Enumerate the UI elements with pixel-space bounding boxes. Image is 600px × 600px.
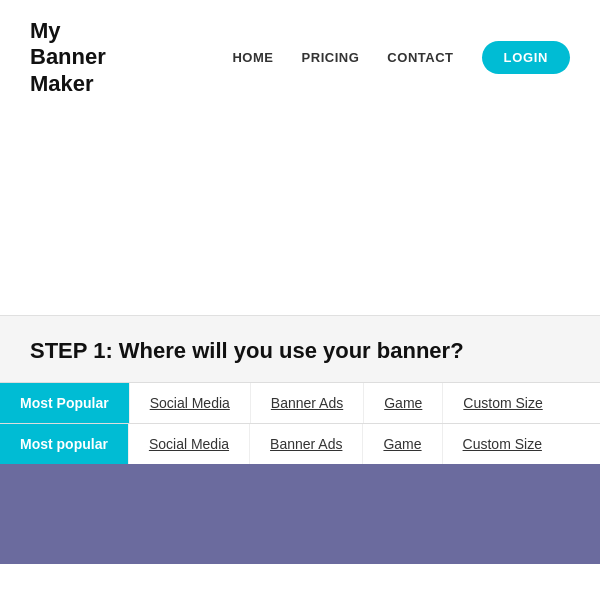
cat-custom-size-2[interactable]: Custom Size (443, 424, 562, 464)
hero-space (0, 115, 600, 315)
cat-social-media-2[interactable]: Social Media (129, 424, 250, 464)
login-button[interactable]: LOGIN (482, 41, 570, 74)
cat-most-popular-2[interactable]: Most popular (0, 424, 129, 464)
main-nav: HOME PRICING CONTACT LOGIN (232, 41, 570, 74)
nav-home[interactable]: HOME (232, 50, 273, 65)
header: My Banner Maker HOME PRICING CONTACT LOG… (0, 0, 600, 115)
cat-game-1[interactable]: Game (364, 383, 443, 423)
category-row-1: Most Popular Social Media Banner Ads Gam… (0, 382, 600, 423)
step-title: STEP 1: Where will you use your banner? (30, 338, 570, 364)
logo-line3: Maker (30, 71, 94, 96)
logo: My Banner Maker (30, 18, 106, 97)
cat-most-popular-1[interactable]: Most Popular (0, 383, 130, 423)
nav-contact[interactable]: CONTACT (387, 50, 453, 65)
step-header: STEP 1: Where will you use your banner? (0, 316, 600, 382)
nav-pricing[interactable]: PRICING (302, 50, 360, 65)
cat-custom-size-1[interactable]: Custom Size (443, 383, 562, 423)
logo-line1: My (30, 18, 61, 43)
category-row-2: Most popular Social Media Banner Ads Gam… (0, 423, 600, 464)
cat-social-media-1[interactable]: Social Media (130, 383, 251, 423)
step-section: STEP 1: Where will you use your banner? … (0, 315, 600, 564)
cat-game-2[interactable]: Game (363, 424, 442, 464)
cat-banner-ads-2[interactable]: Banner Ads (250, 424, 363, 464)
cat-banner-ads-1[interactable]: Banner Ads (251, 383, 364, 423)
purple-content-area (0, 464, 600, 564)
logo-line2: Banner (30, 44, 106, 69)
